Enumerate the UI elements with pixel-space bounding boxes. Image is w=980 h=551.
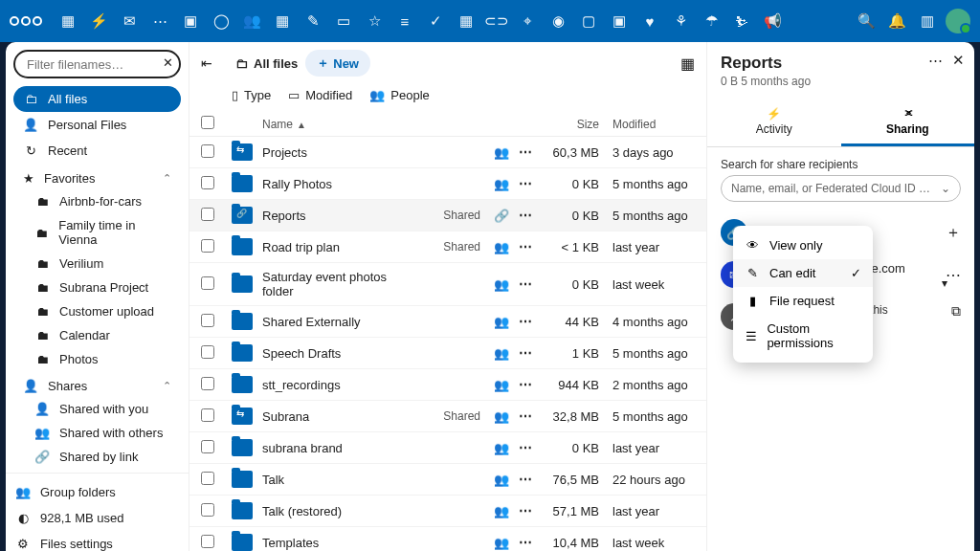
- app5-icon[interactable]: ⛷: [729, 13, 754, 30]
- view-grid-icon[interactable]: ▦: [680, 55, 695, 73]
- row-menu-icon[interactable]: ⋯: [519, 276, 532, 292]
- notifications-icon[interactable]: 🔔: [884, 12, 909, 30]
- nav-recent[interactable]: ↻Recent: [13, 138, 181, 164]
- row-checkbox[interactable]: [201, 503, 214, 517]
- table-row[interactable]: subrana brand👥⋯0 KBlast year: [189, 432, 706, 464]
- more-icon[interactable]: ⋯: [928, 52, 943, 69]
- share-status-icon[interactable]: 👥: [494, 177, 509, 191]
- row-menu-icon[interactable]: ⋯: [519, 503, 532, 518]
- collapse-icon[interactable]: ▾: [942, 276, 947, 290]
- perm-can-edit[interactable]: ✎Can edit✓: [733, 259, 873, 287]
- row-checkbox[interactable]: [201, 408, 214, 422]
- row-checkbox[interactable]: [201, 144, 214, 158]
- row-checkbox[interactable]: [201, 472, 214, 485]
- table-row[interactable]: Talk👥⋯76,5 MB22 hours ago: [189, 464, 706, 496]
- tables-icon[interactable]: ▦: [454, 12, 479, 30]
- table-row[interactable]: Talk (restored)👥⋯57,1 MBlast year: [189, 496, 706, 527]
- table-row[interactable]: Speech Drafts👥⋯1 KB5 months ago: [189, 338, 706, 369]
- share-status-icon[interactable]: 👥: [494, 378, 509, 392]
- tasks-icon[interactable]: ≡: [392, 13, 417, 30]
- sidebar-share-item[interactable]: 👥Shared with others: [25, 421, 181, 445]
- share-status-icon[interactable]: 👥: [494, 441, 509, 455]
- sidebar-fav-item[interactable]: 🖿Airbnb-for-cars: [25, 189, 181, 213]
- new-button[interactable]: ＋New: [305, 50, 370, 77]
- row-checkbox[interactable]: [201, 345, 214, 359]
- contacts-icon[interactable]: 👥: [239, 12, 264, 30]
- row-menu-icon[interactable]: ⋯: [519, 377, 532, 392]
- globe-icon[interactable]: ◉: [546, 12, 570, 30]
- row-checkbox[interactable]: [201, 314, 214, 327]
- nav-settings[interactable]: ⚙Files settings: [6, 531, 189, 551]
- app3-icon[interactable]: ⚘: [668, 12, 693, 30]
- table-row[interactable]: Rally Photos👥⋯0 KB5 months ago: [189, 168, 706, 200]
- perm-custom[interactable]: ☰Custom permissions: [733, 315, 873, 357]
- sidebar-share-item[interactable]: 🔗Shared by link: [25, 445, 181, 469]
- row-menu-icon[interactable]: ⋯: [519, 440, 532, 455]
- nav-all-files[interactable]: 🗀All files: [13, 86, 181, 112]
- link-icon[interactable]: ⊂⊃: [484, 12, 509, 30]
- col-name[interactable]: Name▲: [262, 118, 398, 131]
- announce-icon[interactable]: 📢: [760, 12, 785, 30]
- row-menu-icon[interactable]: ⋯: [519, 345, 532, 361]
- share-search-input[interactable]: Name, email, or Federated Cloud ID …⌄: [721, 175, 961, 202]
- search-app-icon[interactable]: ◯: [209, 12, 234, 30]
- row-menu-icon[interactable]: ⋯: [519, 314, 532, 329]
- mail-icon[interactable]: ✉: [117, 12, 142, 30]
- photos-icon[interactable]: ▣: [178, 12, 203, 30]
- row-checkbox[interactable]: [201, 440, 214, 453]
- row-checkbox[interactable]: [201, 377, 214, 390]
- app2-icon[interactable]: ▣: [607, 12, 632, 30]
- check-icon[interactable]: ✓: [423, 12, 448, 30]
- table-row[interactable]: ReportsShared🔗⋯0 KB5 months ago: [189, 200, 706, 231]
- share-status-icon[interactable]: 👥: [494, 145, 509, 160]
- share-status-icon[interactable]: 👥: [494, 409, 509, 424]
- row-menu-icon[interactable]: ⋯: [519, 239, 532, 254]
- row-checkbox[interactable]: [201, 208, 214, 221]
- sidebar-fav-item[interactable]: 🖿Calendar: [25, 323, 181, 347]
- share-status-icon[interactable]: 👥: [494, 504, 509, 518]
- add-share-link-button[interactable]: ＋: [946, 223, 961, 243]
- row-checkbox[interactable]: [201, 535, 214, 548]
- row-checkbox[interactable]: [201, 239, 214, 253]
- app-logo[interactable]: [10, 16, 42, 26]
- dashboard-icon[interactable]: ▦: [56, 12, 80, 30]
- sidebar-fav-item[interactable]: 🖿Family time in Vienna: [25, 213, 181, 252]
- nav-favorites[interactable]: ★Favorites⌃: [13, 164, 181, 189]
- filter-people[interactable]: 👥People: [369, 88, 429, 102]
- app1-icon[interactable]: ▢: [576, 12, 601, 30]
- table-row[interactable]: Shared Externally👥⋯44 KB4 months ago: [189, 306, 706, 338]
- notes-icon[interactable]: ✎: [301, 12, 325, 30]
- filter-input[interactable]: [13, 50, 181, 78]
- calendar-icon[interactable]: ▦: [270, 12, 295, 30]
- row-checkbox[interactable]: [201, 276, 214, 290]
- close-icon[interactable]: ✕: [952, 52, 965, 69]
- chat-icon[interactable]: ⋯: [147, 12, 172, 30]
- table-row[interactable]: Road trip planShared👥⋯< 1 KBlast year: [189, 231, 706, 263]
- row-checkbox[interactable]: [201, 176, 214, 189]
- toggle-sidebar-icon[interactable]: ⇤: [201, 55, 228, 71]
- bolt-icon[interactable]: ⚡: [86, 12, 111, 30]
- share-status-icon[interactable]: 👥: [494, 277, 509, 292]
- share-status-icon[interactable]: 👥: [494, 240, 509, 254]
- row-menu-icon[interactable]: ⋯: [519, 472, 532, 487]
- table-row[interactable]: Templates👥⋯10,4 MBlast week: [189, 527, 706, 551]
- star-icon[interactable]: ☆: [362, 12, 387, 30]
- tab-sharing[interactable]: ⪤Sharing: [841, 99, 975, 146]
- row-menu-icon[interactable]: ⋯: [519, 408, 532, 424]
- sidebar-fav-item[interactable]: 🖿Verilium: [25, 252, 181, 276]
- nav-group-folders[interactable]: 👥Group folders: [6, 479, 189, 505]
- user-avatar[interactable]: [946, 9, 970, 33]
- share-status-icon[interactable]: 🔗: [494, 209, 509, 223]
- perm-file-request[interactable]: ▮File request: [733, 287, 873, 315]
- search-icon[interactable]: 🔍: [854, 12, 879, 30]
- nav-shares[interactable]: 👤Shares⌃: [13, 371, 181, 397]
- share-status-icon[interactable]: 👥: [494, 536, 509, 550]
- perm-view-only[interactable]: 👁View only: [733, 231, 873, 259]
- sidebar-fav-item[interactable]: 🖿Subrana Project: [25, 276, 181, 299]
- tab-activity[interactable]: ⚡Activity: [707, 99, 841, 146]
- copy-icon[interactable]: ⧉: [951, 303, 961, 320]
- table-row[interactable]: Projects👥⋯60,3 MB3 days ago: [189, 137, 706, 168]
- filter-modified[interactable]: ▭Modified: [288, 88, 352, 102]
- row-menu-icon[interactable]: ⋯: [519, 176, 532, 191]
- col-modified[interactable]: Modified: [599, 118, 695, 131]
